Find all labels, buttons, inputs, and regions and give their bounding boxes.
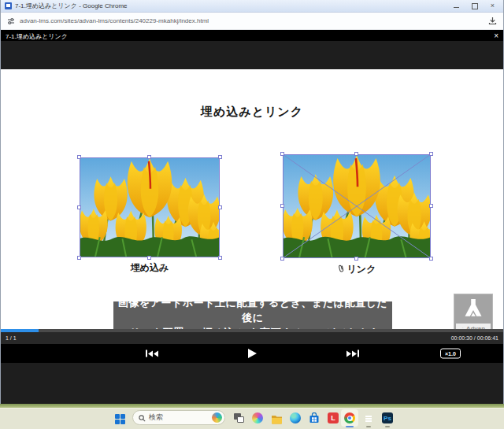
play-icon bbox=[248, 349, 257, 358]
caption-line1: 画像をアートボード上に配置するとき、または配置した後に bbox=[113, 295, 392, 325]
task-view-icon[interactable] bbox=[234, 413, 245, 423]
selection-handle bbox=[147, 155, 151, 159]
selection-frame bbox=[80, 157, 220, 257]
time-display: 00:00:30 / 00:06:41 bbox=[451, 335, 498, 341]
selection-handle bbox=[218, 205, 222, 209]
maximize-button[interactable] bbox=[472, 3, 478, 9]
start-button[interactable] bbox=[115, 413, 125, 427]
site-info-icon[interactable] bbox=[7, 14, 15, 28]
player-controls: ×1.0 bbox=[1, 344, 503, 363]
viewer-title: 7-1.埋め込みとリンク bbox=[6, 32, 68, 41]
play-button[interactable] bbox=[248, 349, 257, 358]
player-info-row: 1 / 1 00:00:30 / 00:06:41 bbox=[1, 332, 503, 344]
edge-icon[interactable] bbox=[290, 412, 301, 423]
red-l-app-icon[interactable]: L bbox=[328, 412, 339, 423]
page-favicon bbox=[5, 2, 12, 9]
search-icon bbox=[139, 411, 146, 425]
window-titlebar: 7-1.埋め込みとリンク - Google Chrome × bbox=[1, 0, 503, 13]
page-indicator: 1 / 1 bbox=[6, 335, 17, 341]
paperclip-icon bbox=[336, 263, 346, 276]
advan-mark-icon bbox=[462, 294, 484, 324]
selection-handle bbox=[280, 204, 284, 208]
selection-handle bbox=[429, 152, 433, 156]
slide-frame: 埋め込みとリンク bbox=[1, 69, 503, 344]
designer-pinwheel-icon[interactable] bbox=[252, 412, 263, 423]
search-highlight-icon bbox=[212, 412, 222, 423]
window-close-button[interactable]: × bbox=[491, 2, 495, 9]
previous-button[interactable] bbox=[146, 350, 158, 357]
selection-handle bbox=[429, 257, 433, 261]
selection-handle bbox=[147, 256, 151, 260]
photoshop-active-indicator bbox=[385, 426, 390, 427]
minimize-button[interactable] bbox=[454, 7, 459, 8]
photoshop-icon[interactable]: Ps bbox=[382, 412, 393, 423]
chrome-icon[interactable] bbox=[341, 409, 358, 427]
url-field[interactable]: advan-lms.com/sites/advan-lms/contents/2… bbox=[20, 17, 209, 24]
selection-handle bbox=[218, 155, 222, 159]
selection-handle bbox=[77, 205, 81, 209]
taskbar-search[interactable]: 検索 bbox=[132, 410, 225, 425]
linked-image bbox=[283, 154, 431, 258]
address-bar: advan-lms.com/sites/advan-lms/contents/2… bbox=[1, 13, 503, 30]
viewer-close-button[interactable]: × bbox=[494, 32, 498, 40]
chrome-active-indicator bbox=[346, 426, 354, 427]
selection-handle bbox=[280, 257, 284, 261]
selection-handle bbox=[77, 256, 81, 260]
search-label: 検索 bbox=[149, 412, 163, 423]
caption-box: 画像をアートボード上に配置するとき、または配置した後に [リンク配置]と[埋め込… bbox=[113, 301, 392, 333]
selection-frame bbox=[283, 154, 431, 258]
selection-handle bbox=[354, 152, 358, 156]
selection-handle bbox=[280, 152, 284, 156]
selection-handle bbox=[429, 204, 433, 208]
embedded-image bbox=[80, 157, 220, 257]
selection-handle bbox=[354, 257, 358, 261]
file-explorer-icon[interactable] bbox=[271, 413, 283, 427]
selection-handle bbox=[218, 256, 222, 260]
notepad-active-indicator bbox=[366, 426, 371, 427]
linked-label: リンク bbox=[347, 263, 376, 276]
window-title: 7-1.埋め込みとリンク - Google Chrome bbox=[15, 2, 128, 10]
embedded-label: 埋め込み bbox=[80, 261, 220, 275]
slide-title: 埋め込みとリンク bbox=[1, 105, 503, 120]
chrome-window: 7-1.埋め込みとリンク - Google Chrome × advan-lms… bbox=[0, 0, 504, 404]
download-icon[interactable] bbox=[488, 14, 497, 28]
microsoft-store-icon[interactable] bbox=[309, 412, 320, 427]
selection-handle bbox=[77, 155, 81, 159]
linked-label-row: リンク bbox=[283, 263, 431, 276]
video-surface[interactable]: 埋め込みとリンク bbox=[1, 41, 503, 370]
next-button[interactable] bbox=[346, 350, 359, 357]
playback-speed-button[interactable]: ×1.0 bbox=[440, 349, 461, 359]
